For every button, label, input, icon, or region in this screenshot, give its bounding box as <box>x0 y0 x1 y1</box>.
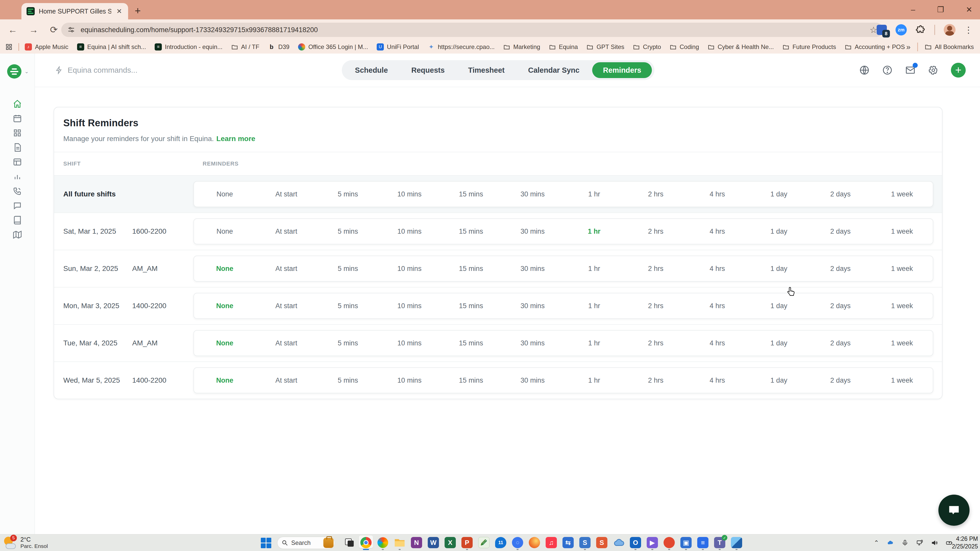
sidebar-item-book[interactable] <box>10 215 24 225</box>
reminder-option-30-mins[interactable]: 30 mins <box>502 339 563 347</box>
reminder-option-15-mins[interactable]: 15 mins <box>440 265 502 273</box>
reminder-option-10-mins[interactable]: 10 mins <box>379 376 440 384</box>
display-icon[interactable] <box>916 539 923 546</box>
taskbar-app-word[interactable]: W <box>427 536 439 549</box>
bookmark-item[interactable]: Equina <box>549 43 578 51</box>
taskbar-clock[interactable]: 4:26 PM 2/25/2025 <box>952 534 978 551</box>
forward-button[interactable]: → <box>29 24 38 35</box>
reminder-option-1-day[interactable]: 1 day <box>748 339 810 347</box>
taskbar-app-file-explorer[interactable] <box>393 536 406 549</box>
reminder-option-1-hr[interactable]: 1 hr <box>563 190 625 198</box>
reminder-option-30-mins[interactable]: 30 mins <box>502 190 563 198</box>
tab-close-icon[interactable]: ✕ <box>115 7 123 15</box>
reminder-option-30-mins[interactable]: 30 mins <box>502 302 563 310</box>
reminder-option-5-mins[interactable]: 5 mins <box>317 227 379 235</box>
reminder-option-2-hrs[interactable]: 2 hrs <box>625 376 687 384</box>
reminder-option-1-day[interactable]: 1 day <box>748 227 810 235</box>
taskbar-app-clipchamp[interactable]: ▶ <box>646 536 659 549</box>
reminder-option-1-week[interactable]: 1 week <box>871 302 933 310</box>
reminder-option-at-start[interactable]: At start <box>256 302 317 310</box>
tray-chevron-up-icon[interactable]: ⌃ <box>874 539 879 546</box>
tab-calendar-sync[interactable]: Calendar Sync <box>517 66 590 75</box>
weather-widget[interactable]: 5 2°C Parc. Ensol <box>3 536 48 549</box>
reminder-option-4-hrs[interactable]: 4 hrs <box>687 227 748 235</box>
bookmark-item[interactable]: UUniFi Portal <box>377 43 419 51</box>
tab-requests[interactable]: Requests <box>401 66 455 75</box>
reminder-option-30-mins[interactable]: 30 mins <box>502 376 563 384</box>
reminder-option-at-start[interactable]: At start <box>256 376 317 384</box>
reminder-option-10-mins[interactable]: 10 mins <box>379 227 440 235</box>
all-bookmarks-button[interactable]: All Bookmarks <box>924 43 974 51</box>
bookmark-star-icon[interactable]: ☆ <box>870 25 877 35</box>
reminder-option-15-mins[interactable]: 15 mins <box>440 302 502 310</box>
taskbar-app-windows-11-setup[interactable]: 11 <box>495 536 507 549</box>
reminder-option-5-mins[interactable]: 5 mins <box>317 265 379 273</box>
taskbar-app-screen-share[interactable]: ▣ <box>680 536 692 549</box>
reminder-option-2-days[interactable]: 2 days <box>810 190 871 198</box>
tab-timesheet[interactable]: Timesheet <box>457 66 515 75</box>
address-bar[interactable]: equinascheduling.com/home/support-173324… <box>61 23 883 37</box>
reminder-option-1-hr[interactable]: 1 hr <box>563 339 625 347</box>
sidebar-item-map[interactable] <box>10 230 24 240</box>
window-close-button[interactable]: ✕ <box>966 6 972 14</box>
reminder-option-at-start[interactable]: At start <box>256 265 317 273</box>
taskbar-app-docs[interactable]: ≡ <box>697 536 709 549</box>
taskbar-app-copilot[interactable] <box>377 536 389 549</box>
reminder-option-10-mins[interactable]: 10 mins <box>379 265 440 273</box>
reminder-option-5-mins[interactable]: 5 mins <box>317 190 379 198</box>
sidebar-item-table[interactable] <box>10 157 24 167</box>
reminder-option-1-hr[interactable]: 1 hr <box>563 376 625 384</box>
bookmarks-overflow-icon[interactable]: » <box>906 43 911 51</box>
reminder-option-at-start[interactable]: At start <box>256 190 317 198</box>
microphone-icon[interactable] <box>901 539 908 546</box>
browser-tab[interactable]: Home SUPPORT Gilles Sandbox ✕ <box>21 3 128 19</box>
bookmark-item[interactable]: ≡Equina | AI shift sch... <box>77 43 146 51</box>
equina-logo[interactable] <box>7 64 21 79</box>
add-button[interactable]: + <box>951 63 966 78</box>
bookmark-item[interactable]: Crypto <box>633 43 661 51</box>
reminder-option-2-hrs[interactable]: 2 hrs <box>625 339 687 347</box>
apps-grid-icon[interactable] <box>5 43 13 51</box>
reminder-option-1-hr[interactable]: 1 hr <box>563 302 625 310</box>
taskbar-search[interactable]: Search <box>277 537 335 549</box>
taskbar-app-postman[interactable] <box>663 536 675 549</box>
sidebar-item-apps-grid[interactable] <box>10 128 24 138</box>
reminder-option-none[interactable]: None <box>194 190 256 198</box>
reminder-option-2-days[interactable]: 2 days <box>810 265 871 273</box>
taskbar-app-teams[interactable]: T✓ <box>714 536 726 549</box>
reminder-option-1-week[interactable]: 1 week <box>871 265 933 273</box>
tune-icon[interactable] <box>67 26 75 34</box>
tab-reminders[interactable]: Reminders <box>592 62 652 78</box>
learn-more-link[interactable]: Learn more <box>216 135 256 143</box>
reminder-option-4-hrs[interactable]: 4 hrs <box>687 302 748 310</box>
reminder-option-30-mins[interactable]: 30 mins <box>502 265 563 273</box>
taskbar-app-sublime-merge[interactable]: S <box>579 536 591 549</box>
bookmark-item[interactable]: Accounting + POS <box>845 43 905 51</box>
sidebar-item-chat[interactable] <box>10 201 24 210</box>
sidebar-item-phone[interactable] <box>10 186 24 196</box>
sidebar-item-bar-chart[interactable] <box>10 171 24 181</box>
reminder-option-10-mins[interactable]: 10 mins <box>379 339 440 347</box>
adblock-extension-icon[interactable]: 8 <box>877 25 887 35</box>
reminder-option-2-days[interactable]: 2 days <box>810 339 871 347</box>
reminder-option-15-mins[interactable]: 15 mins <box>440 190 502 198</box>
volume-icon[interactable] <box>931 539 938 546</box>
reminder-option-1-day[interactable]: 1 day <box>748 265 810 273</box>
bookmark-item[interactable]: Marketing <box>503 43 540 51</box>
reminder-option-10-mins[interactable]: 10 mins <box>379 190 440 198</box>
reminder-option-2-hrs[interactable]: 2 hrs <box>625 227 687 235</box>
reminder-option-2-days[interactable]: 2 days <box>810 227 871 235</box>
reminder-option-none[interactable]: None <box>194 227 256 235</box>
reminder-option-4-hrs[interactable]: 4 hrs <box>687 190 748 198</box>
reminder-option-1-week[interactable]: 1 week <box>871 190 933 198</box>
taskbar-app-chrome[interactable] <box>360 536 372 549</box>
sidebar-item-home[interactable] <box>10 99 24 109</box>
sidebar-item-document[interactable] <box>10 143 24 152</box>
reminder-option-2-hrs[interactable]: 2 hrs <box>625 265 687 273</box>
sidebar-item-calendar[interactable] <box>10 114 24 123</box>
reminder-option-5-mins[interactable]: 5 mins <box>317 302 379 310</box>
settings-gear-icon[interactable] <box>928 65 939 76</box>
reminder-option-2-days[interactable]: 2 days <box>810 302 871 310</box>
search-highlight-icon[interactable] <box>323 538 334 548</box>
reminder-option-1-day[interactable]: 1 day <box>748 190 810 198</box>
